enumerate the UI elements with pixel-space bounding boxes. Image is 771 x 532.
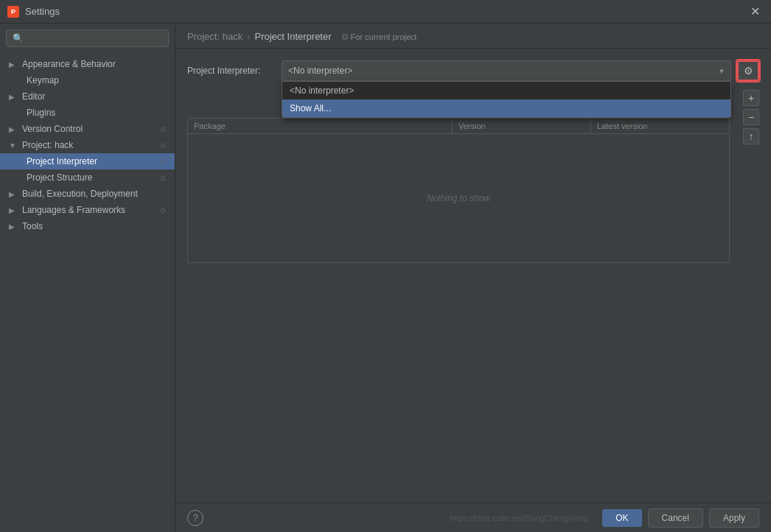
bottom-right: https://blog.csdn.net/DongChengRong OK C… — [450, 508, 759, 528]
expand-icon: ▶ — [9, 60, 18, 69]
interpreter-value: <No interpreter> — [288, 66, 352, 76]
project-icon: ⊙ — [160, 141, 166, 150]
title-bar: P Settings ✕ — [0, 0, 771, 24]
dropdown-option-label: <No interpreter> — [290, 85, 354, 96]
help-button[interactable]: ? — [187, 510, 203, 526]
sidebar-item-label: Keymap — [27, 75, 166, 85]
sidebar-item-label: Languages & Frameworks — [22, 205, 156, 215]
dropdown-option-label: Show All... — [290, 103, 331, 113]
app-icon-letter: P — [11, 8, 15, 15]
up-icon: ↑ — [749, 130, 754, 142]
sidebar-item-label: Plugins — [27, 108, 166, 118]
minus-icon: − — [748, 111, 754, 123]
content-area: Project: hack › Project Interpreter ⊡ Fo… — [175, 24, 771, 532]
up-package-button[interactable]: ↑ — [743, 128, 759, 144]
breadcrumb-project: Project: hack — [187, 31, 243, 42]
bottom-left: ? — [187, 510, 203, 526]
ok-button[interactable]: OK — [602, 509, 641, 527]
expand-icon: ▶ — [9, 93, 18, 101]
search-box[interactable]: 🔍 — [6, 29, 169, 47]
packages-container: Package Version Latest version Nothing t… — [187, 118, 730, 263]
version-col-header: Version — [453, 119, 591, 133]
interpreter-label: Project Interpreter: — [187, 66, 276, 76]
interpreter-icon: ⊡ — [160, 158, 166, 166]
vcs-icon: ⊙ — [160, 125, 166, 133]
gear-icon: ⚙ — [744, 65, 753, 77]
expand-icon: ▼ — [9, 141, 18, 150]
sidebar: 🔍 ▶ Appearance & Behavior Keymap ▶ Edito… — [0, 24, 175, 532]
packages-header: Package Version Latest version — [188, 119, 729, 134]
nav-items: ▶ Appearance & Behavior Keymap ▶ Editor … — [0, 53, 175, 532]
sidebar-item-project-structure[interactable]: Project Structure ⊙ — [0, 169, 175, 186]
search-icon: 🔍 — [13, 33, 24, 43]
dropdown-arrow-icon: ▼ — [718, 67, 725, 75]
settings-panel: Project Interpreter: <No interpreter> ▼ … — [175, 49, 771, 503]
sidebar-item-languages[interactable]: ▶ Languages & Frameworks ⊙ — [0, 202, 175, 218]
sidebar-item-keymap[interactable]: Keymap — [0, 72, 175, 88]
sidebar-item-build[interactable]: ▶ Build, Execution, Deployment — [0, 186, 175, 202]
breadcrumb-tag-text: For current project — [351, 32, 417, 41]
interpreter-dropdown-container: <No interpreter> ▼ <No interpreter> Show… — [282, 60, 731, 81]
expand-icon: ▶ — [9, 206, 18, 214]
dropdown-option-show-all[interactable]: Show All... — [282, 99, 730, 117]
interpreter-dropdown[interactable]: <No interpreter> ▼ — [282, 60, 731, 81]
apply-button[interactable]: Apply — [709, 508, 759, 528]
close-button[interactable]: ✕ — [746, 3, 764, 21]
plus-icon: + — [748, 92, 754, 104]
sidebar-item-label: Project Interpreter — [27, 156, 156, 167]
sidebar-item-plugins[interactable]: Plugins — [0, 105, 175, 121]
structure-icon: ⊙ — [160, 174, 166, 182]
sidebar-item-label: Editor — [22, 91, 166, 102]
bottom-bar: ? https://blog.csdn.net/DongChengRong OK… — [175, 503, 771, 532]
expand-icon: ▶ — [9, 190, 18, 198]
sidebar-item-editor[interactable]: ▶ Editor — [0, 88, 175, 105]
cancel-button[interactable]: Cancel — [648, 508, 703, 528]
window-title: Settings — [25, 6, 60, 17]
side-actions: + − ↑ — [743, 90, 759, 144]
sidebar-item-label: Appearance & Behavior — [22, 59, 166, 69]
lang-icon: ⊙ — [160, 206, 166, 214]
packages-area: Package Version Latest version Nothing t… — [187, 118, 730, 263]
sidebar-item-project-interpreter[interactable]: Project Interpreter ⊡ — [0, 153, 175, 169]
breadcrumb-current: Project Interpreter — [255, 31, 332, 42]
sidebar-item-tools[interactable]: ▶ Tools — [0, 218, 175, 234]
breadcrumb-separator: › — [247, 31, 250, 42]
app-icon: P — [7, 6, 19, 18]
tag-icon: ⊡ — [342, 32, 348, 41]
gear-button[interactable]: ⚙ — [737, 60, 759, 81]
sidebar-item-label: Tools — [22, 221, 166, 231]
nothing-to-show: Nothing to show — [188, 134, 729, 262]
footer-url: https://blog.csdn.net/DongChengRong — [450, 514, 588, 522]
sidebar-item-appearance[interactable]: ▶ Appearance & Behavior — [0, 56, 175, 72]
sidebar-item-label: Project Structure — [27, 172, 156, 183]
sidebar-item-label: Build, Execution, Deployment — [22, 189, 166, 199]
sidebar-item-label: Project: hack — [22, 140, 156, 150]
interpreter-row: Project Interpreter: <No interpreter> ▼ … — [187, 60, 759, 81]
package-col-header: Package — [188, 119, 453, 133]
remove-package-button[interactable]: − — [743, 109, 759, 125]
sidebar-item-label: Version Control — [22, 124, 156, 134]
breadcrumb-tag: ⊡ For current project — [342, 32, 417, 41]
sidebar-item-project-hack[interactable]: ▼ Project: hack ⊙ — [0, 137, 175, 153]
breadcrumb: Project: hack › Project Interpreter ⊡ Fo… — [175, 24, 771, 49]
expand-icon: ▶ — [9, 125, 18, 133]
add-package-button[interactable]: + — [743, 90, 759, 106]
dropdown-menu: <No interpreter> Show All... — [282, 81, 731, 118]
search-input[interactable] — [28, 33, 162, 43]
main-layout: 🔍 ▶ Appearance & Behavior Keymap ▶ Edito… — [0, 24, 771, 532]
title-bar-left: P Settings — [7, 6, 60, 18]
sidebar-item-version-control[interactable]: ▶ Version Control ⊙ — [0, 121, 175, 137]
expand-icon: ▶ — [9, 223, 18, 231]
latest-col-header: Latest version — [591, 119, 729, 133]
dropdown-option-no-interpreter[interactable]: <No interpreter> — [282, 82, 730, 99]
